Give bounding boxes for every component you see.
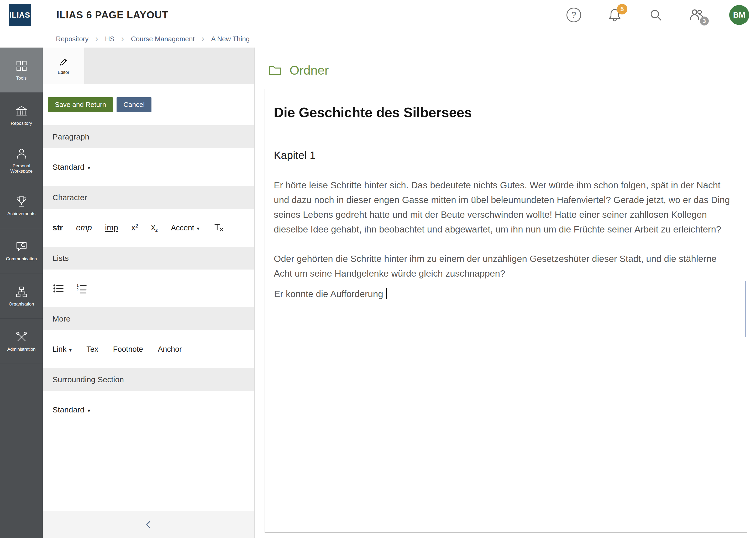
breadcrumb: Repository › HS › Course Management › A …	[0, 30, 756, 48]
mainbar-item-communication[interactable]: Communication	[0, 228, 43, 273]
breadcrumb-repository[interactable]: Repository	[56, 35, 88, 43]
search-button[interactable]	[647, 7, 664, 24]
section-more-header: More	[43, 307, 254, 330]
main-content: Ordner Die Geschichte des Silbersees Kap…	[255, 48, 756, 538]
slate-footer	[43, 511, 254, 538]
tab-editor-label: Editor	[58, 70, 69, 75]
bullet-list-icon	[53, 282, 65, 295]
online-users-button[interactable]: 3	[688, 7, 705, 24]
breadcrumb-hs[interactable]: HS	[105, 35, 115, 43]
notification-count-badge: 5	[617, 4, 627, 15]
clear-formatting-button[interactable]	[213, 222, 225, 234]
surrounding-style-row: Standard ▾	[43, 391, 254, 429]
paragraph-style-value: Standard	[53, 163, 84, 172]
slate-empty-area	[43, 429, 254, 511]
breadcrumb-course-management[interactable]: Course Management	[131, 35, 195, 43]
strong-format-button[interactable]: str	[53, 223, 63, 233]
object-title-row: Ordner	[268, 61, 756, 80]
chevron-right-icon: ›	[202, 34, 205, 44]
svg-text:2: 2	[77, 288, 79, 292]
tex-button[interactable]: Tex	[86, 345, 98, 353]
person-icon	[15, 147, 28, 160]
collapse-slate-button[interactable]	[144, 519, 154, 530]
document-title-block[interactable]: Die Geschichte des Silbersees	[274, 105, 734, 120]
page-editor-canvas: Die Geschichte des Silbersees Kapitel 1 …	[264, 89, 747, 533]
pencil-icon	[58, 57, 69, 67]
top-header: ILIAS ILIAS 6 PAGE LAYOUT ? 5	[0, 0, 756, 30]
clear-formatting-icon	[213, 222, 225, 234]
mainbar-item-label: Administration	[7, 347, 36, 352]
chevron-down-icon: ▾	[197, 224, 200, 232]
save-and-return-button[interactable]: Save and Return	[48, 97, 113, 112]
section-surrounding-header: Surrounding Section	[43, 368, 254, 391]
mainbar-item-label: Organisation	[9, 301, 34, 307]
mainbar-item-tools[interactable]: Tools	[0, 48, 43, 93]
bank-icon	[15, 105, 28, 118]
help-button[interactable]: ?	[565, 7, 582, 24]
tab-editor[interactable]: Editor	[43, 48, 84, 84]
mainbar-item-label: Repository	[11, 121, 32, 126]
folder-icon	[268, 64, 282, 76]
online-users-count-badge: 3	[700, 17, 709, 26]
mainbar-item-label: Communication	[6, 256, 37, 262]
mainbar-item-administration[interactable]: Administration	[0, 319, 43, 364]
breadcrumb-a-new-thing[interactable]: A New Thing	[211, 35, 250, 43]
chevron-left-icon	[147, 521, 150, 528]
subscript-button[interactable]: xz	[151, 223, 158, 233]
document: Die Geschichte des Silbersees Kapitel 1 …	[265, 89, 747, 337]
sitemap-icon	[15, 285, 28, 298]
more-row: Link ▾ Tex Footnote Anchor	[43, 330, 254, 368]
header-actions: ? 5	[565, 5, 749, 25]
section-lists-header: Lists	[43, 247, 254, 270]
svg-text:1: 1	[77, 283, 79, 288]
mainbar-item-personal-workspace[interactable]: Personal Workspace	[0, 138, 43, 183]
crossed-tools-icon	[15, 331, 28, 344]
chapter-heading-block[interactable]: Kapitel 1	[274, 149, 734, 162]
mainbar-item-organisation[interactable]: Organisation	[0, 273, 43, 319]
mainbar: Tools Repository Personal Workspace	[0, 48, 43, 538]
mainbar-item-repository[interactable]: Repository	[0, 93, 43, 138]
surrounding-style-dropdown[interactable]: Standard ▾	[53, 405, 90, 414]
ilias-app: ILIAS ILIAS 6 PAGE LAYOUT ? 5	[0, 0, 756, 538]
ilias-logo[interactable]: ILIAS	[9, 4, 31, 26]
chevron-right-icon: ›	[121, 34, 124, 44]
lists-row: 1 2	[43, 270, 254, 307]
cancel-button[interactable]: Cancel	[117, 97, 152, 112]
help-icon: ?	[566, 8, 581, 22]
important-format-button[interactable]: imp	[105, 223, 118, 233]
chevron-down-icon: ▾	[88, 163, 90, 171]
surrounding-style-value: Standard	[53, 405, 84, 414]
paragraph-style-dropdown[interactable]: Standard ▾	[53, 163, 90, 172]
chevron-down-icon: ▾	[88, 406, 90, 414]
mainbar-item-label: Tools	[16, 76, 27, 81]
active-edit-area[interactable]: Er konnte die Aufforderung	[269, 281, 746, 337]
editor-slate: Editor Save and Return Cancel Paragraph …	[43, 48, 255, 538]
link-dropdown[interactable]: Link ▾	[53, 345, 72, 353]
superscript-button[interactable]: x2	[131, 223, 138, 233]
paragraph-style-row: Standard ▾	[43, 148, 254, 186]
paragraph-block[interactable]: Oder gehörten die Schritte hinter ihm zu…	[274, 251, 734, 281]
mainbar-item-label: Personal Workspace	[1, 163, 42, 174]
bullet-list-button[interactable]	[53, 282, 65, 295]
trophy-icon	[15, 195, 28, 208]
anchor-button[interactable]: Anchor	[158, 345, 182, 353]
user-avatar[interactable]: BM	[729, 5, 749, 25]
mainbar-item-achievements[interactable]: Achievements	[0, 183, 43, 228]
numbered-list-button[interactable]: 1 2	[75, 282, 88, 295]
section-paragraph-header: Paragraph	[43, 125, 254, 148]
body-row: Tools Repository Personal Workspace	[0, 48, 756, 538]
mainbar-item-label: Achievements	[7, 211, 35, 216]
paragraph-block[interactable]: Er hörte leise Schritte hinter sich. Das…	[274, 178, 734, 237]
emphasis-format-button[interactable]: emp	[76, 223, 92, 233]
chevron-right-icon: ›	[95, 34, 98, 44]
accent-dropdown[interactable]: Accent ▾	[171, 224, 200, 232]
character-format-row: str emp imp x2 xz Accent ▾	[43, 209, 254, 247]
footnote-button[interactable]: Footnote	[113, 345, 143, 353]
chevron-down-icon: ▾	[69, 346, 72, 353]
text-cursor	[386, 288, 387, 299]
notifications-button[interactable]: 5	[606, 7, 623, 24]
edit-text: Er konnte die Aufforderung	[274, 289, 383, 299]
grid-icon	[15, 59, 28, 73]
slate-tabstrip: Editor	[43, 48, 254, 84]
search-icon	[648, 8, 663, 22]
